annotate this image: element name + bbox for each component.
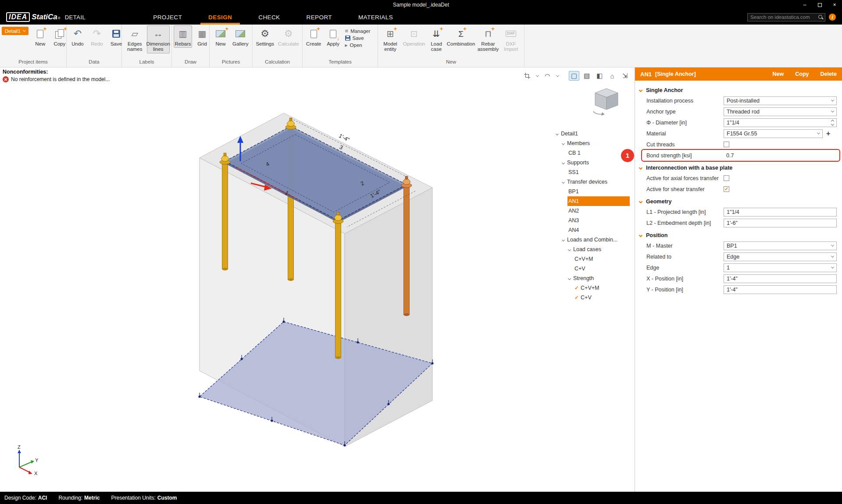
l2-embedment-depth-input[interactable]: 1'-6" (724, 219, 837, 227)
tree-item-supports[interactable]: Supports (561, 158, 630, 167)
y-position-input[interactable]: 1'-4" (724, 285, 837, 294)
tree-item-detail1[interactable]: Detail1 (555, 129, 630, 138)
load-case-button[interactable]: ⇊+ Load case (427, 25, 446, 53)
crop-dropdown[interactable] (535, 71, 540, 81)
anchor-rod-an4[interactable] (335, 223, 341, 359)
anchor-rod-an1-selected[interactable] (404, 187, 410, 316)
grid-toggle[interactable]: ▦ Grid (193, 25, 211, 48)
zoom-fit-button[interactable]: ⇲ (620, 71, 630, 81)
entity-copy-button[interactable]: Copy (795, 71, 809, 77)
related-to-select[interactable]: Edge (724, 252, 837, 261)
chevron-down-icon[interactable] (568, 277, 571, 280)
scene-3d[interactable]: 1'-4" 3 4 1 2 1'-4" (0, 67, 635, 492)
master-select[interactable]: BP1 (724, 241, 837, 250)
measure-tool[interactable]: ◠ (542, 71, 553, 81)
new-project-item-button[interactable]: + New (31, 25, 50, 48)
template-manager-button[interactable]: ≡ Manager (345, 28, 371, 34)
detail-selector-dropdown[interactable]: Detail1 (2, 27, 29, 35)
undo-button[interactable]: ↶ Undo (68, 25, 87, 48)
stepper-arrows[interactable] (831, 120, 834, 125)
chevron-down-icon[interactable] (562, 161, 565, 164)
search-box[interactable] (747, 13, 825, 21)
edges-names-toggle[interactable]: ▱ Edges names (124, 25, 146, 53)
copy-project-item-button[interactable]: + Copy (50, 25, 69, 48)
maximize-button[interactable] (812, 0, 827, 10)
dimension-lines-toggle[interactable]: ↔ Dimension lines (147, 25, 170, 53)
l1-projected-length-input[interactable]: 1"1/4 (724, 208, 837, 217)
entity-delete-button[interactable]: Delete (820, 71, 837, 77)
section-position[interactable]: Position (635, 228, 842, 240)
section-single-anchor[interactable]: Single Anchor (635, 83, 842, 95)
cut-threads-checkbox[interactable] (724, 142, 729, 147)
chevron-down-icon[interactable] (562, 238, 565, 241)
measure-dropdown[interactable] (555, 71, 560, 81)
navigation-cube[interactable] (587, 87, 624, 117)
tree-item-loads-and-combin[interactable]: Loads and Combin... (561, 235, 630, 245)
tree-item-c-v-m[interactable]: ✓C+V+M (574, 283, 630, 293)
tree-item-load-cases[interactable]: Load cases (567, 245, 630, 254)
axial-transfer-checkbox[interactable] (724, 175, 729, 181)
new-picture-button[interactable]: + New (211, 25, 230, 48)
minimize-button[interactable]: – (797, 0, 812, 10)
home-view-button[interactable]: ⌂ (607, 71, 617, 81)
tree-item-c-v[interactable]: C+V (574, 264, 630, 273)
section-crop-tool[interactable] (522, 71, 532, 81)
tree-item-ss1[interactable]: SS1 (567, 167, 630, 177)
operation-button[interactable]: ⊡ Operation (402, 25, 426, 48)
section-interconnection[interactable]: Interconnection with a base plate (635, 161, 842, 173)
chevron-down-icon[interactable] (562, 142, 565, 145)
tree-item-an4[interactable]: AN4 (567, 225, 630, 235)
tree-item-c-v[interactable]: ✓C+V (574, 293, 630, 302)
close-button[interactable]: × (827, 0, 842, 10)
edge-select[interactable]: 1 (724, 263, 837, 272)
anchor-type-select[interactable]: Threaded rod (724, 107, 837, 116)
settings-button[interactable]: ⚙ Settings (254, 25, 275, 48)
tree-item-cb-1[interactable]: CB 1 (567, 148, 630, 158)
chevron-down-icon[interactable] (562, 180, 565, 183)
bond-strength-value[interactable]: 0.7 (726, 153, 734, 159)
view-wireframe-button[interactable]: ▢ (569, 71, 579, 81)
tree-item-an2[interactable]: AN2 (567, 206, 630, 216)
add-material-button[interactable]: + (826, 130, 830, 137)
tree-item-strength[interactable]: Strength (567, 273, 630, 283)
gallery-button[interactable]: Gallery (231, 25, 250, 48)
model-entity-button[interactable]: ⊞+ Model entity (380, 25, 401, 53)
search-input[interactable] (750, 14, 818, 20)
search-icon[interactable] (818, 14, 824, 20)
x-position-input[interactable]: 1'-4" (724, 274, 837, 283)
chevron-down-icon[interactable] (568, 248, 571, 251)
tree-item-bp1[interactable]: BP1 (567, 187, 630, 196)
entity-new-button[interactable]: New (773, 71, 784, 77)
tab-materials[interactable]: MATERIALS (357, 10, 395, 25)
view-solid-button[interactable]: ▧ (582, 71, 592, 81)
rotate-arrow-icon[interactable] (593, 111, 602, 114)
chevron-down-icon[interactable] (556, 132, 559, 135)
template-open-button[interactable]: ▸ Open (345, 43, 371, 48)
view-faces-button[interactable]: ◧ (594, 71, 605, 81)
rebar-assembly-button[interactable]: ⊓+ Rebar assembly (476, 25, 500, 53)
tree-item-an3[interactable]: AN3 (567, 216, 630, 225)
checkbox-checked-icon[interactable]: ✓ (574, 285, 579, 291)
tab-design[interactable]: DESIGN (207, 10, 234, 25)
redo-button[interactable]: ↷ Redo (88, 25, 106, 48)
tab-project[interactable]: PROJECT (151, 10, 184, 25)
tree-item-c-v-m[interactable]: C+V+M (574, 254, 630, 264)
template-create-button[interactable]: + Create (304, 25, 323, 48)
tab-check[interactable]: CHECK (257, 10, 282, 25)
installation-process-select[interactable]: Post-installed (724, 96, 837, 105)
anchor-rod-an3[interactable] (222, 164, 228, 270)
tab-report[interactable]: REPORT (305, 10, 334, 25)
combination-button[interactable]: Σ+ Combination (446, 25, 475, 48)
calculate-button[interactable]: ⚙ Calculate (276, 25, 300, 48)
tree-item-transfer-devices[interactable]: Transfer devices (561, 177, 630, 187)
template-apply-button[interactable]: ↓ Apply (324, 25, 343, 48)
rebars-toggle[interactable]: ▥ Rebars (174, 25, 192, 48)
info-icon[interactable]: i (829, 14, 836, 21)
template-save-button[interactable]: Save (345, 35, 371, 41)
section-geometry[interactable]: Geometry (635, 195, 842, 206)
material-select[interactable]: F1554 Gr.55 (724, 129, 823, 138)
tree-item-members[interactable]: Members (561, 138, 630, 148)
checkbox-checked-icon[interactable]: ✓ (574, 295, 579, 301)
dxf-import-button[interactable]: DXF DXF Import (501, 25, 521, 53)
shear-transfer-checkbox[interactable]: ✓ (724, 186, 729, 192)
